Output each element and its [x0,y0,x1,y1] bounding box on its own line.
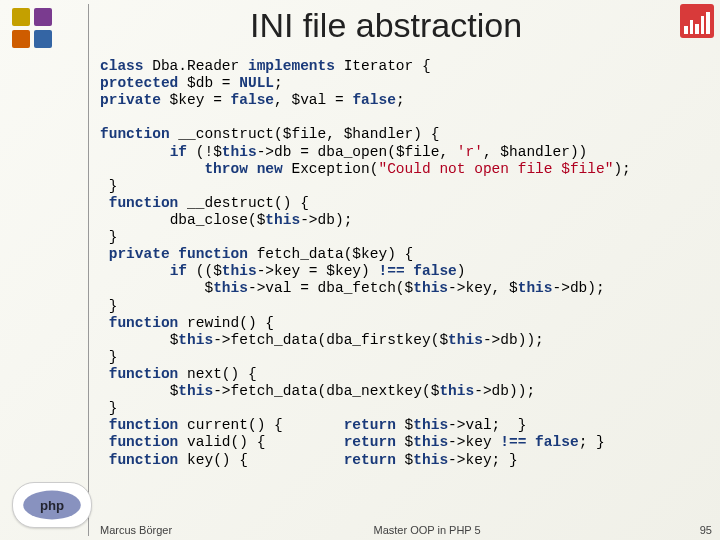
bar-chart-icon [680,4,714,38]
footer-author: Marcus Börger [100,524,172,536]
corner-logo [12,8,72,68]
divider [88,4,89,536]
slide-title: INI file abstraction [100,6,672,45]
php-logo: php [12,482,92,528]
code-block: class Dba.Reader implements Iterator { p… [100,58,716,518]
footer-title: Master OOP in PHP 5 [172,524,682,536]
slide-number: 95 [682,524,712,536]
footer: Marcus BörgerMaster OOP in PHP 595 [100,524,712,536]
svg-text:php: php [40,498,64,513]
